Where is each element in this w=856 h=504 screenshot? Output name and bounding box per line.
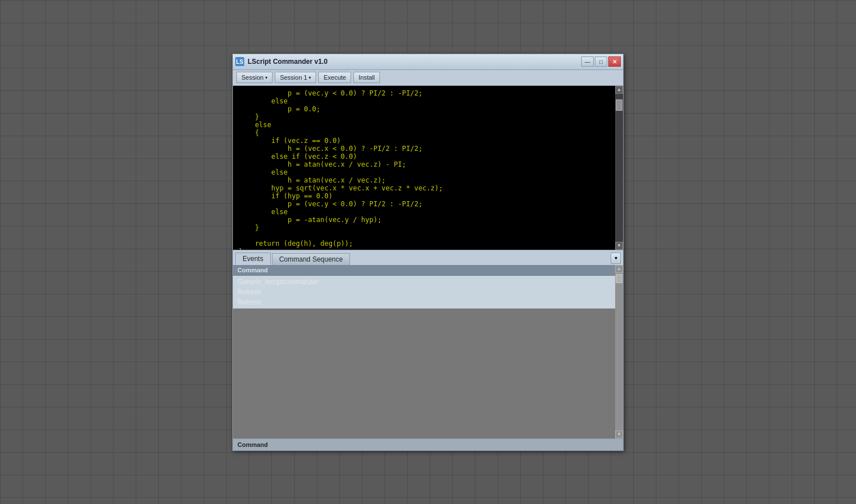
list-item[interactable]: Refresh <box>233 287 615 297</box>
title-bar: LS LScript Commander v1.0 — □ ✕ <box>233 54 623 70</box>
scroll-track[interactable] <box>615 94 623 242</box>
scroll-thumb[interactable] <box>616 99 622 111</box>
tab-command-sequence[interactable]: Command Sequence <box>272 253 351 265</box>
session1-dropdown[interactable]: Session 1 ▾ <box>275 72 316 83</box>
panel-scroll-track[interactable] <box>615 273 623 431</box>
panel-scroll-up[interactable]: ▲ <box>615 265 623 273</box>
session1-arrow-icon: ▾ <box>309 75 311 80</box>
scroll-up-button[interactable]: ▲ <box>615 86 623 94</box>
install-label: Install <box>358 74 375 81</box>
panel-scroll-down[interactable]: ▼ <box>615 431 623 438</box>
events-list: Generic_lscriptcommander Refresh Refresh <box>233 276 615 309</box>
list-item[interactable]: Refresh <box>233 297 615 307</box>
code-scrollbar[interactable]: ▲ ▼ <box>615 86 623 250</box>
tabs-bar: Events Command Sequence ▾ <box>233 250 623 265</box>
scroll-down-button[interactable]: ▼ <box>615 242 623 250</box>
close-button[interactable]: ✕ <box>608 57 621 67</box>
session-label: Session <box>241 74 263 81</box>
panel-scroll-thumb[interactable] <box>616 274 622 283</box>
session-dropdown[interactable]: Session ▾ <box>236 72 273 83</box>
execute-label: Execute <box>323 74 346 81</box>
command-label: Command <box>237 441 268 448</box>
events-content-area <box>233 309 615 438</box>
panel-scrollbar[interactable]: ▲ ▼ <box>615 265 623 438</box>
tab-scroll-button[interactable]: ▾ <box>611 253 621 264</box>
tab-events[interactable]: Events <box>235 253 271 265</box>
code-editor[interactable]: p = (vec.y < 0.0) ? PI/2 : -PI/2; else p… <box>233 86 615 250</box>
list-item[interactable]: Generic_lscriptcommander <box>233 277 615 287</box>
window-title: LScript Commander v1.0 <box>248 58 581 66</box>
execute-button[interactable]: Execute <box>318 72 351 83</box>
window-controls: — □ ✕ <box>581 57 621 67</box>
events-panel: Command Generic_lscriptcommander Refresh… <box>233 265 615 438</box>
events-column-header: Command <box>233 265 615 276</box>
install-button[interactable]: Install <box>353 72 380 83</box>
restore-button[interactable]: □ <box>595 57 607 67</box>
toolbar: Session ▾ Session 1 ▾ Execute Install <box>233 70 623 86</box>
session-arrow-icon: ▾ <box>265 75 267 80</box>
main-window: LS LScript Commander v1.0 — □ ✕ Session … <box>232 54 624 451</box>
session1-label: Session 1 <box>280 74 307 81</box>
app-icon: LS <box>235 57 244 66</box>
minimize-button[interactable]: — <box>581 57 594 67</box>
command-bar: Command <box>233 438 623 450</box>
events-panel-area: Command Generic_lscriptcommander Refresh… <box>233 265 623 438</box>
code-wrapper: p = (vec.y < 0.0) ? PI/2 : -PI/2; else p… <box>233 86 623 250</box>
